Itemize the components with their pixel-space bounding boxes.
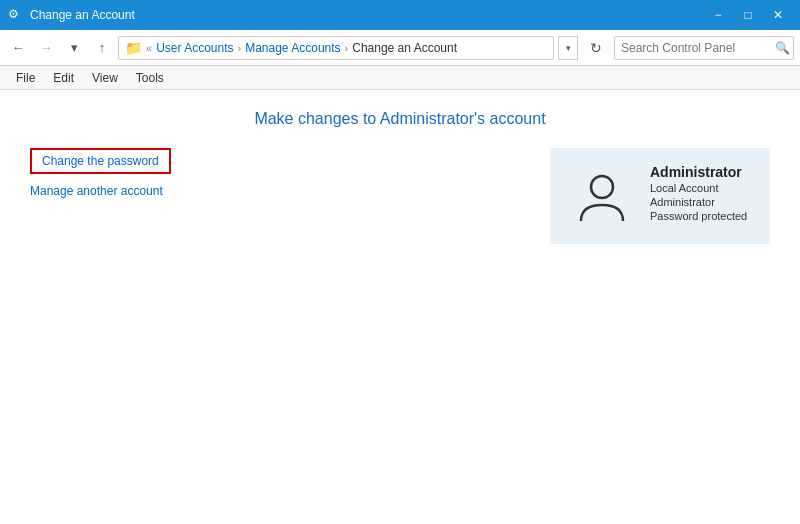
breadcrumb-arrow-1: ›	[238, 42, 242, 54]
breadcrumb-user-accounts[interactable]: User Accounts	[156, 41, 233, 55]
breadcrumb-manage-accounts[interactable]: Manage Accounts	[245, 41, 340, 55]
forward-button[interactable]: →	[34, 36, 58, 60]
content-area: Make changes to Administrator's account …	[0, 90, 800, 524]
menu-edit[interactable]: Edit	[45, 69, 82, 87]
window-icon: ⚙	[8, 7, 24, 23]
main-content: Change the password Manage another accou…	[30, 148, 770, 244]
menu-file[interactable]: File	[8, 69, 43, 87]
svg-point-0	[591, 176, 613, 198]
search-wrapper: 🔍	[614, 36, 794, 60]
minimize-button[interactable]: −	[704, 5, 732, 25]
breadcrumb-arrow-2: ›	[345, 42, 349, 54]
back-button[interactable]: ←	[6, 36, 30, 60]
account-name: Administrator	[650, 164, 747, 180]
account-info: Administrator Local Account Administrato…	[650, 164, 747, 222]
breadcrumb-current: Change an Account	[352, 41, 457, 55]
address-dropdown-button[interactable]: ▾	[558, 36, 578, 60]
breadcrumb-bar: 📁 « User Accounts › Manage Accounts › Ch…	[118, 36, 554, 60]
left-panel: Change the password Manage another accou…	[30, 148, 510, 244]
change-password-button[interactable]: Change the password	[30, 148, 171, 174]
menu-bar: File Edit View Tools	[0, 66, 800, 90]
folder-icon: 📁	[125, 40, 142, 56]
account-detail-2: Password protected	[650, 210, 747, 222]
menu-view[interactable]: View	[84, 69, 126, 87]
breadcrumb-sep-0: «	[146, 42, 152, 54]
search-input[interactable]	[614, 36, 794, 60]
maximize-button[interactable]: □	[734, 5, 762, 25]
recent-locations-button[interactable]: ▾	[62, 36, 86, 60]
menu-tools[interactable]: Tools	[128, 69, 172, 87]
window-title: Change an Account	[30, 8, 135, 22]
up-button[interactable]: ↑	[90, 36, 114, 60]
avatar-svg	[575, 169, 629, 223]
account-detail-0: Local Account	[650, 182, 747, 194]
manage-another-account-link[interactable]: Manage another account	[30, 184, 510, 198]
title-bar-controls: − □ ✕	[704, 5, 792, 25]
page-title: Make changes to Administrator's account	[30, 110, 770, 128]
account-detail-1: Administrator	[650, 196, 747, 208]
refresh-button[interactable]: ↻	[582, 36, 610, 60]
title-bar: ⚙ Change an Account − □ ✕	[0, 0, 800, 30]
address-bar: ← → ▾ ↑ 📁 « User Accounts › Manage Accou…	[0, 30, 800, 66]
account-card: Administrator Local Account Administrato…	[550, 148, 770, 244]
avatar	[570, 164, 634, 228]
close-button[interactable]: ✕	[764, 5, 792, 25]
title-bar-left: ⚙ Change an Account	[8, 7, 135, 23]
search-button[interactable]: 🔍	[775, 41, 790, 55]
